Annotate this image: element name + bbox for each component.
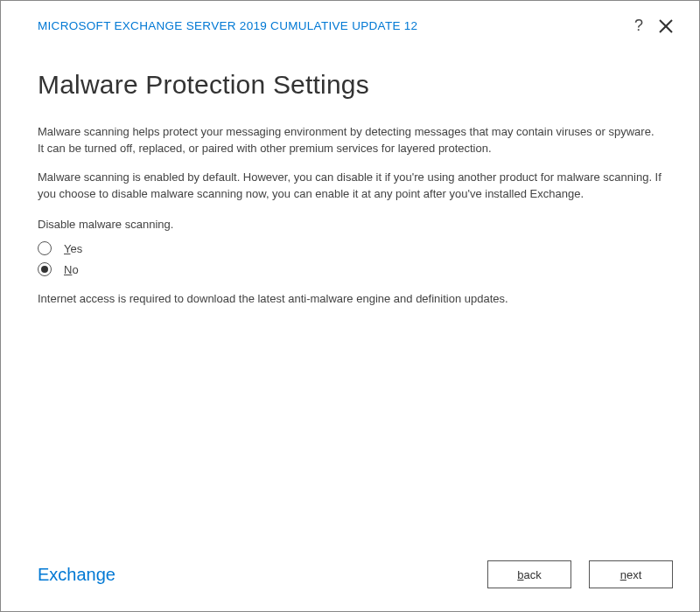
description-paragraph-2: Malware scanning is enabled by default. …	[38, 170, 662, 203]
installer-window: MICROSOFT EXCHANGE SERVER 2019 CUMULATIV…	[0, 0, 700, 612]
header-actions: ?	[634, 17, 673, 35]
header: MICROSOFT EXCHANGE SERVER 2019 CUMULATIV…	[1, 1, 699, 35]
footer-buttons: back next	[487, 560, 673, 588]
radio-group-disable-malware: Yes No	[38, 241, 662, 276]
help-icon[interactable]: ?	[634, 17, 643, 35]
internet-note: Internet access is required to download …	[38, 292, 662, 305]
description-paragraph-1: Malware scanning helps protect your mess…	[38, 124, 662, 157]
radio-circle-yes	[38, 241, 52, 255]
radio-option-yes[interactable]: Yes	[38, 241, 662, 255]
disable-question: Disable malware scanning.	[38, 218, 662, 231]
page-title: Malware Protection Settings	[38, 70, 662, 100]
brand-label: Exchange	[38, 565, 116, 585]
radio-option-no[interactable]: No	[38, 262, 662, 276]
radio-label-yes: Yes	[64, 242, 82, 255]
next-button[interactable]: next	[589, 560, 673, 588]
radio-label-no: No	[64, 263, 79, 276]
footer: Exchange back next	[1, 560, 699, 611]
radio-circle-no	[38, 262, 52, 276]
close-icon[interactable]	[659, 19, 673, 33]
header-title: MICROSOFT EXCHANGE SERVER 2019 CUMULATIV…	[38, 19, 417, 32]
content-area: Malware Protection Settings Malware scan…	[1, 35, 699, 560]
back-button[interactable]: back	[487, 560, 571, 588]
